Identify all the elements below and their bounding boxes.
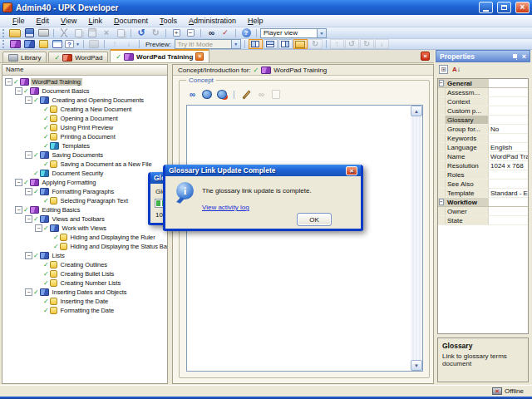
dialog-titlebar[interactable]: Glossary Link Update Complete × [165,165,361,176]
tree-item[interactable]: ✓Hiding and Displaying the Ruler [2,233,167,242]
collapse-icon[interactable]: − [439,80,444,86]
sort-alphabetical-icon[interactable]: A↓ [452,66,461,73]
expand-box[interactable]: − [25,96,32,104]
tree-item[interactable]: −✓Saving Documents [2,150,167,160]
property-value[interactable] [489,170,528,179]
expand-box[interactable]: − [25,188,32,195]
collapse-icon[interactable]: − [439,199,444,205]
tree-item[interactable]: −✓Document Basics [2,86,167,96]
view-combo[interactable]: Player view ▼ [260,28,327,38]
tree-item[interactable]: −✓Views and Toolbars [2,214,167,224]
tree-item[interactable]: ✓Printing a Document [2,132,167,141]
view-activity-log-link[interactable]: View activity log [202,204,249,211]
menu-administration[interactable]: Administration [183,16,242,26]
tree-item[interactable]: ✓Formatting the Date [2,306,167,315]
scroll-down-button[interactable]: ▼ [411,360,422,371]
menu-link[interactable]: Link [82,16,108,26]
close-button[interactable]: × [515,2,530,13]
tree-item[interactable]: −✓Editing Basics [2,205,167,214]
pin-icon[interactable] [513,54,517,58]
collapse-all-button[interactable]: − [184,28,197,38]
split-horizontal-button[interactable] [264,39,278,49]
split-vertical-button[interactable] [249,39,263,49]
expand-box[interactable]: − [15,179,22,186]
property-value[interactable] [489,134,528,142]
chevron-down-icon[interactable]: ▼ [76,42,80,47]
property-row[interactable]: NameWordPad Training [438,152,528,161]
print-button[interactable] [37,28,50,38]
pane-close-icon[interactable]: × [421,52,430,61]
tree-item[interactable]: ✓Selecting Paragraph Text [2,196,167,205]
toolbar-grip[interactable] [2,29,5,37]
editor-scrollbar[interactable]: ▲ ▼ [411,106,422,371]
tree-item[interactable]: −✓Creating and Opening Documents [2,96,167,105]
new-webpage-button[interactable] [51,39,64,49]
tree-item[interactable]: ✓Hiding and Displaying the Status Bar [2,242,167,251]
categorized-icon[interactable]: ⊞ [439,65,448,74]
split-none-button[interactable] [278,39,293,49]
property-row[interactable]: Keywords [438,134,528,143]
tree-item[interactable]: ✓Templates [2,141,167,150]
property-row[interactable]: Custom p... [438,106,528,116]
expand-box[interactable]: − [35,224,42,232]
new-topic-button[interactable] [37,39,50,49]
property-row[interactable]: See Also [438,180,528,189]
property-row[interactable]: Assessm... [438,88,528,97]
tab-library[interactable]: Library [2,52,47,62]
expand-box[interactable]: − [25,288,32,296]
property-row[interactable]: State [438,216,528,225]
edit-button[interactable] [240,89,252,100]
tree-item[interactable]: ✓Creating Outlines [2,260,167,269]
property-row[interactable]: Roles [438,170,528,180]
property-value[interactable] [489,88,528,96]
tree-item[interactable]: ✓Inserting the Date [2,297,167,306]
insert-package-button[interactable] [201,89,213,100]
property-value[interactable] [489,180,528,188]
menu-file[interactable]: File [7,16,31,26]
minimize-button[interactable] [479,2,493,13]
property-value[interactable]: Standard - English [489,189,528,197]
property-value[interactable]: No [489,125,528,133]
tab-close-icon[interactable]: × [195,52,204,61]
dialog-close-button[interactable]: × [346,166,357,175]
concept-editor[interactable]: ▲ ▼ [186,105,423,372]
tab-wordpad-training[interactable]: ✓WordPad Training× [110,49,209,62]
property-row[interactable]: Context [438,97,528,106]
expand-box[interactable]: − [25,252,32,259]
find-button[interactable]: ∞ [204,28,218,38]
tree-item[interactable]: ✓Using Print Preview [2,123,167,132]
expand-box[interactable]: − [25,215,32,223]
menu-document[interactable]: Document [108,16,154,26]
property-row[interactable]: TemplateStandard - English [438,189,528,198]
tree-item[interactable]: ✓Creating Bullet Lists [2,269,167,278]
scroll-up-button[interactable]: ▲ [411,106,422,116]
expand-box[interactable]: − [15,206,22,214]
new-question-button[interactable]: ?▼ [65,39,80,49]
help-button[interactable]: ? [239,28,253,38]
undo-button[interactable]: ↺ [135,28,148,38]
menu-help[interactable]: Help [242,16,269,26]
ok-button[interactable]: OK [297,213,332,226]
create-link-button[interactable]: ∞ [186,89,198,100]
show-properties-button[interactable] [293,39,308,49]
insert-url-button[interactable] [216,89,228,100]
expand-box[interactable]: − [15,87,22,95]
open-button[interactable] [8,28,22,38]
expand-box[interactable]: − [5,78,12,86]
property-row[interactable]: LanguageEnglish [438,143,528,152]
tree-item[interactable]: ✓Document Security [2,169,167,178]
save-button[interactable] [22,28,36,38]
spelling-button[interactable]: ✓ [219,28,232,38]
property-value[interactable] [489,116,528,124]
tree-item[interactable]: ✓Creating Number Lists [2,278,167,288]
property-value[interactable]: English [489,143,528,151]
property-value[interactable] [489,216,528,224]
property-value[interactable] [489,97,528,106]
new-module-button[interactable] [8,39,22,49]
menu-edit[interactable]: Edit [31,16,56,26]
tree-item[interactable]: ✓Saving a Document as a New File [2,160,167,169]
menu-view[interactable]: View [55,16,82,26]
tree-item[interactable]: −✓Applying Formatting [2,178,167,187]
property-value[interactable] [489,106,528,115]
toolbar-grip[interactable] [2,40,5,48]
